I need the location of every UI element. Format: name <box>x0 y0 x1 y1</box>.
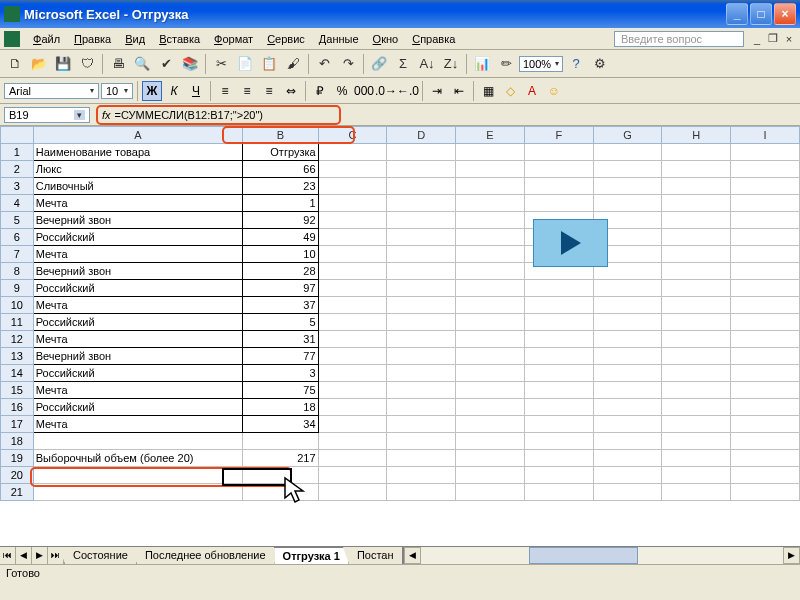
cell-A6[interactable]: Российский <box>33 229 243 246</box>
cell-E21[interactable] <box>456 484 525 501</box>
cell-H8[interactable] <box>662 263 731 280</box>
cell-B1[interactable]: Отгрузка <box>243 144 318 161</box>
cell-G19[interactable] <box>593 450 662 467</box>
cell-C14[interactable] <box>318 365 387 382</box>
menu-Окно[interactable]: Окно <box>366 31 406 47</box>
sheet-tab-0[interactable]: Состояние <box>65 547 137 564</box>
align-left-icon[interactable]: ≡ <box>215 81 235 101</box>
name-box[interactable]: B19 <box>4 107 90 123</box>
cell-C12[interactable] <box>318 331 387 348</box>
cell-E8[interactable] <box>456 263 525 280</box>
font-size-combo[interactable]: 10 <box>101 83 133 99</box>
tab-first-icon[interactable]: ⏮ <box>0 547 16 564</box>
scroll-left-icon[interactable]: ◀ <box>404 547 421 564</box>
row-header-15[interactable]: 15 <box>1 382 34 399</box>
cell-H13[interactable] <box>662 348 731 365</box>
cell-H18[interactable] <box>662 433 731 450</box>
row-header-12[interactable]: 12 <box>1 331 34 348</box>
comma-icon[interactable]: 000 <box>354 81 374 101</box>
cell-F4[interactable] <box>524 195 593 212</box>
menu-Сервис[interactable]: Сервис <box>260 31 312 47</box>
cell-F15[interactable] <box>524 382 593 399</box>
cell-A4[interactable]: Мечта <box>33 195 243 212</box>
cell-D5[interactable] <box>387 212 456 229</box>
preview-icon[interactable]: 🔍 <box>131 53 153 75</box>
sheet-tab-2[interactable]: Отгрузка 1 <box>275 547 349 564</box>
cell-E6[interactable] <box>456 229 525 246</box>
cell-A17[interactable]: Мечта <box>33 416 243 433</box>
row-header-9[interactable]: 9 <box>1 280 34 297</box>
cell-G13[interactable] <box>593 348 662 365</box>
cell-G11[interactable] <box>593 314 662 331</box>
cell-H11[interactable] <box>662 314 731 331</box>
col-header-I[interactable]: I <box>731 127 800 144</box>
cell-C18[interactable] <box>318 433 387 450</box>
cell-E12[interactable] <box>456 331 525 348</box>
cell-I21[interactable] <box>731 484 800 501</box>
cell-A10[interactable]: Мечта <box>33 297 243 314</box>
cell-E7[interactable] <box>456 246 525 263</box>
redo-icon[interactable]: ↷ <box>337 53 359 75</box>
cell-E16[interactable] <box>456 399 525 416</box>
row-header-14[interactable]: 14 <box>1 365 34 382</box>
cell-B15[interactable]: 75 <box>243 382 318 399</box>
cell-C5[interactable] <box>318 212 387 229</box>
cell-I5[interactable] <box>731 212 800 229</box>
row-header-21[interactable]: 21 <box>1 484 34 501</box>
cell-G21[interactable] <box>593 484 662 501</box>
cell-G18[interactable] <box>593 433 662 450</box>
cell-E17[interactable] <box>456 416 525 433</box>
cell-E20[interactable] <box>456 467 525 484</box>
formula-input[interactable] <box>115 109 335 121</box>
cell-H19[interactable] <box>662 450 731 467</box>
cell-D6[interactable] <box>387 229 456 246</box>
cell-H15[interactable] <box>662 382 731 399</box>
cell-G2[interactable] <box>593 161 662 178</box>
cell-H9[interactable] <box>662 280 731 297</box>
row-header-13[interactable]: 13 <box>1 348 34 365</box>
menu-Вид[interactable]: Вид <box>118 31 152 47</box>
cell-I4[interactable] <box>731 195 800 212</box>
cell-A21[interactable] <box>33 484 243 501</box>
cell-D7[interactable] <box>387 246 456 263</box>
cell-F3[interactable] <box>524 178 593 195</box>
cell-A7[interactable]: Мечта <box>33 246 243 263</box>
cell-I19[interactable] <box>731 450 800 467</box>
cell-I16[interactable] <box>731 399 800 416</box>
autosum-icon[interactable]: Σ <box>392 53 414 75</box>
cell-C19[interactable] <box>318 450 387 467</box>
cell-B18[interactable] <box>243 433 318 450</box>
cell-D11[interactable] <box>387 314 456 331</box>
cell-E14[interactable] <box>456 365 525 382</box>
cell-E1[interactable] <box>456 144 525 161</box>
cell-G16[interactable] <box>593 399 662 416</box>
cell-B17[interactable]: 34 <box>243 416 318 433</box>
cell-I8[interactable] <box>731 263 800 280</box>
increase-indent-icon[interactable]: ⇥ <box>427 81 447 101</box>
cell-H20[interactable] <box>662 467 731 484</box>
col-header-D[interactable]: D <box>387 127 456 144</box>
cell-D3[interactable] <box>387 178 456 195</box>
col-header-F[interactable]: F <box>524 127 593 144</box>
copy-icon[interactable]: 📄 <box>234 53 256 75</box>
row-header-5[interactable]: 5 <box>1 212 34 229</box>
smiley-icon[interactable]: ☺ <box>544 81 564 101</box>
cut-icon[interactable]: ✂ <box>210 53 232 75</box>
row-header-18[interactable]: 18 <box>1 433 34 450</box>
cell-G15[interactable] <box>593 382 662 399</box>
spellcheck-icon[interactable]: ✔ <box>155 53 177 75</box>
cell-C8[interactable] <box>318 263 387 280</box>
cell-B4[interactable]: 1 <box>243 195 318 212</box>
row-header-2[interactable]: 2 <box>1 161 34 178</box>
row-header-6[interactable]: 6 <box>1 229 34 246</box>
sheet-tab-1[interactable]: Последнее обновление <box>137 547 275 564</box>
close-button[interactable]: × <box>774 3 796 25</box>
cell-A5[interactable]: Вечерний звон <box>33 212 243 229</box>
cell-A9[interactable]: Российский <box>33 280 243 297</box>
cell-C10[interactable] <box>318 297 387 314</box>
cell-E5[interactable] <box>456 212 525 229</box>
cell-B16[interactable]: 18 <box>243 399 318 416</box>
cell-D14[interactable] <box>387 365 456 382</box>
col-header-H[interactable]: H <box>662 127 731 144</box>
cell-I6[interactable] <box>731 229 800 246</box>
